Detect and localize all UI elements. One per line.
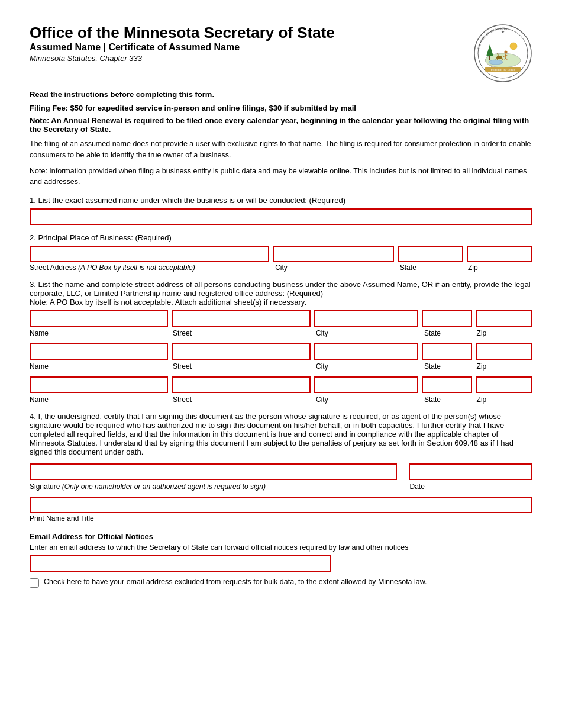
- zip-label-33: Zip: [477, 395, 532, 404]
- state-label: State: [400, 263, 464, 272]
- date-input[interactable]: [409, 463, 533, 480]
- state-seal: THE STATE OF MINNESOTA ★ 1858 ★ ★: [473, 24, 532, 83]
- checkbox-label: Check here to have your email address ex…: [44, 578, 427, 586]
- city-label-3: City: [316, 329, 421, 337]
- subtitle: Assumed Name | Certificate of Assumed Na…: [30, 42, 335, 53]
- name-label-3: Name: [30, 395, 169, 404]
- state-label-3: State: [424, 329, 473, 337]
- section4-label: 4. I, the undersigned, certify that I am…: [30, 412, 532, 456]
- person1-labels: Name Street City State Zip: [30, 329, 532, 337]
- filing-fee-text: Filing Fee: $50 for expedited service in…: [30, 104, 532, 112]
- bulk-data-checkbox[interactable]: [30, 578, 39, 588]
- person3-zip-input[interactable]: [476, 376, 532, 393]
- name-label: Name: [30, 329, 169, 337]
- print-name-label: Print Name and Title: [30, 514, 532, 523]
- signature-label: Signature (Only one nameholder or an aut…: [30, 482, 398, 491]
- street-label-3: Street: [173, 329, 312, 337]
- street-address-input[interactable]: [30, 246, 269, 262]
- city-label-33: City: [316, 395, 421, 404]
- person2-labels: Name Street City State Zip: [30, 362, 532, 371]
- person3-state-input[interactable]: [422, 376, 472, 393]
- header-section: Office of the Minnesota Secretary of Sta…: [30, 24, 532, 83]
- person1-zip-input[interactable]: [476, 310, 532, 327]
- person2-zip-input[interactable]: [476, 343, 532, 360]
- person2-state-input[interactable]: [422, 343, 472, 360]
- read-instructions: Read the instructions before completing …: [30, 90, 532, 99]
- signature-input[interactable]: [30, 463, 397, 480]
- address-field-labels: Street Address (A PO Box by itself is no…: [30, 263, 532, 272]
- signature-labels: Signature (Only one nameholder or an aut…: [30, 482, 532, 491]
- person-row-2: [30, 343, 532, 361]
- section3-label: 3. List the name and complete street add…: [30, 280, 532, 307]
- address-input-row: [30, 246, 532, 262]
- state-input[interactable]: [398, 246, 463, 262]
- svg-line-17: [498, 53, 498, 56]
- person2-city-input[interactable]: [314, 343, 419, 360]
- svg-point-10: [505, 51, 508, 54]
- person1-name-input[interactable]: [30, 310, 168, 327]
- zip-label: Zip: [468, 263, 532, 272]
- person3-labels: Name Street City State Zip: [30, 395, 532, 404]
- email-input[interactable]: [30, 555, 331, 572]
- zip-label-32: Zip: [477, 362, 532, 371]
- person1-state-input[interactable]: [422, 310, 472, 327]
- street-label-32: Street: [173, 362, 312, 371]
- person2-name-input[interactable]: [30, 343, 168, 360]
- email-section-desc: Enter an email address to which the Secr…: [30, 543, 532, 552]
- date-label: Date: [410, 482, 533, 491]
- person3-street-input[interactable]: [172, 376, 310, 393]
- city-label: City: [275, 263, 396, 272]
- state-label-33: State: [424, 395, 473, 404]
- city-input[interactable]: [273, 246, 394, 262]
- person3-name-input[interactable]: [30, 376, 168, 393]
- state-label-32: State: [424, 362, 473, 371]
- zip-input[interactable]: [467, 246, 532, 262]
- svg-point-7: [489, 60, 503, 65]
- street-label: Street Address (A PO Box by itself is no…: [30, 263, 272, 272]
- signature-row: [30, 463, 532, 481]
- person3-city-input[interactable]: [314, 376, 419, 393]
- statute-text: Minnesota Statutes, Chapter 333: [30, 54, 335, 63]
- body-text-2: Note: Information provided when filing a…: [30, 166, 532, 188]
- svg-point-6: [510, 43, 517, 50]
- assumed-name-input[interactable]: [30, 208, 532, 225]
- svg-text:L'ETOILE DU NORD: L'ETOILE DU NORD: [491, 69, 515, 72]
- person-row-1: [30, 310, 532, 328]
- print-name-input[interactable]: [30, 497, 532, 513]
- header-text-block: Office of the Minnesota Secretary of Sta…: [30, 24, 335, 63]
- main-title: Office of the Minnesota Secretary of Sta…: [30, 24, 335, 42]
- person1-street-input[interactable]: [172, 310, 310, 327]
- svg-marker-9: [486, 44, 493, 56]
- note-renewal-text: Note: An Annual Renewal is required to b…: [30, 116, 532, 134]
- section1-label: 1. List the exact assumed name under whi…: [30, 196, 532, 205]
- svg-text:★: ★: [501, 30, 505, 34]
- person2-street-input[interactable]: [172, 343, 310, 360]
- zip-label-3: Zip: [477, 329, 532, 337]
- person-row-3: [30, 376, 532, 394]
- section2-label: 2. Principal Place of Business: (Require…: [30, 233, 532, 242]
- street-label-33: Street: [173, 395, 312, 404]
- checkbox-row: Check here to have your email address ex…: [30, 578, 532, 588]
- person1-city-input[interactable]: [314, 310, 419, 327]
- svg-point-16: [496, 56, 502, 59]
- city-label-32: City: [316, 362, 421, 371]
- email-section-title: Email Address for Official Notices: [30, 532, 532, 541]
- body-text-1: The filing of an assumed name does not p…: [30, 138, 532, 161]
- name-label-2: Name: [30, 362, 169, 371]
